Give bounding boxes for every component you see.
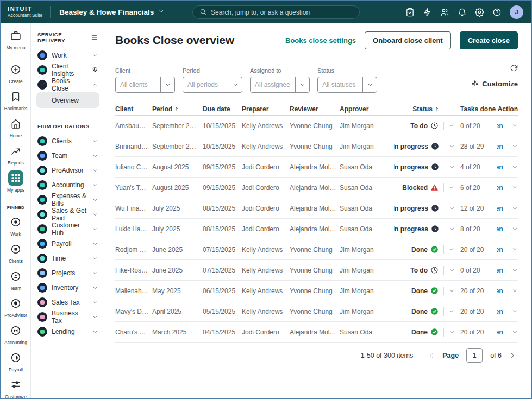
- chevron-down-icon[interactable]: [92, 167, 98, 174]
- rail-item-reports[interactable]: Reports: [1, 143, 30, 166]
- assigned-to-filter-select[interactable]: All assignee: [250, 77, 310, 93]
- previous-page-button[interactable]: [428, 352, 435, 359]
- chevron-down-icon[interactable]: [92, 226, 98, 232]
- chevron-down-icon[interactable]: [92, 299, 98, 306]
- open-link[interactable]: Open: [497, 205, 503, 212]
- status-dropdown-chevron-icon[interactable]: [449, 143, 455, 149]
- open-link[interactable]: Open: [497, 184, 503, 192]
- page-number-input[interactable]: [466, 348, 483, 363]
- rail-pinned-payroll[interactable]: Payroll: [1, 350, 30, 372]
- sidebar-item-sales-get-paid[interactable]: Sales & Get Paid: [36, 207, 99, 221]
- rail-pinned-proadvisor[interactable]: ProAdvisor: [1, 296, 30, 318]
- status-dropdown-chevron-icon[interactable]: [449, 246, 455, 252]
- column-header-period[interactable]: Period: [152, 105, 203, 113]
- action-dropdown-chevron-icon[interactable]: [512, 143, 518, 149]
- period-filter-select[interactable]: All periods: [183, 77, 242, 93]
- status-dropdown-chevron-icon[interactable]: [449, 226, 455, 232]
- action-dropdown-chevron-icon[interactable]: [512, 267, 518, 273]
- chevron-down-icon[interactable]: [92, 52, 98, 59]
- customize-columns-button[interactable]: Customize: [471, 79, 518, 88]
- sidebar-item-time[interactable]: Time: [36, 251, 99, 265]
- status-dropdown-chevron-icon[interactable]: [449, 308, 455, 314]
- status-dropdown-chevron-icon[interactable]: [449, 205, 455, 211]
- refresh-icon[interactable]: [510, 64, 518, 74]
- rail-item-bookmarks[interactable]: Bookmarks: [1, 89, 30, 111]
- sidebar-item-clients[interactable]: Clients: [36, 134, 99, 148]
- rail-pinned-accounting[interactable]: Accounting: [1, 323, 30, 345]
- chevron-down-icon[interactable]: [92, 197, 98, 203]
- open-link[interactable]: Open: [497, 267, 503, 274]
- action-dropdown-chevron-icon[interactable]: [512, 288, 518, 294]
- status-dropdown-chevron-icon[interactable]: [449, 267, 455, 273]
- open-link[interactable]: Open: [497, 308, 503, 315]
- chevron-down-icon[interactable]: [92, 328, 98, 335]
- action-dropdown-chevron-icon[interactable]: [512, 246, 518, 252]
- chevron-down-icon[interactable]: [92, 182, 98, 188]
- chevron-down-icon[interactable]: [295, 77, 309, 92]
- firm-switcher[interactable]: Beasley & Howe Financials: [59, 8, 164, 16]
- status-filter-select[interactable]: All statuses: [317, 77, 377, 93]
- sidebar-subitem-overview[interactable]: Overview: [36, 92, 99, 108]
- chevron-down-icon[interactable]: [92, 255, 98, 262]
- gear-icon[interactable]: [475, 8, 484, 17]
- chevron-down-icon[interactable]: [92, 284, 98, 291]
- rail-pinned-clients[interactable]: Clients: [1, 242, 30, 264]
- sidebar-item-business-tax[interactable]: Business Tax: [36, 309, 99, 324]
- rail-item-my-apps[interactable]: My apps: [1, 170, 30, 193]
- zap-icon[interactable]: [423, 8, 432, 17]
- status-dropdown-chevron-icon[interactable]: [449, 288, 455, 294]
- action-dropdown-chevron-icon[interactable]: [512, 185, 518, 191]
- chevron-down-icon[interactable]: [160, 77, 174, 92]
- sidebar-item-expenses-bills[interactable]: Expenses & Bills: [36, 192, 99, 207]
- clipboard-icon[interactable]: [405, 8, 415, 17]
- rail-customize-button[interactable]: Customize: [1, 377, 30, 399]
- chevron-down-icon[interactable]: [92, 240, 98, 247]
- action-dropdown-chevron-icon[interactable]: [512, 308, 518, 314]
- sidebar-item-customer-hub[interactable]: Customer Hub: [36, 221, 99, 236]
- collapse-panel-icon[interactable]: [91, 34, 98, 41]
- search-input[interactable]: Search, jump to, or ask a question: [192, 5, 360, 19]
- sidebar-item-inventory[interactable]: Inventory: [36, 280, 99, 295]
- column-header-status[interactable]: Status: [394, 105, 455, 113]
- sidebar-item-books-close[interactable]: Books Close: [36, 77, 99, 92]
- action-dropdown-chevron-icon[interactable]: [512, 329, 518, 335]
- open-link[interactable]: Open: [497, 225, 503, 233]
- sidebar-item-projects[interactable]: Projects: [36, 265, 99, 280]
- chevron-down-icon[interactable]: [92, 314, 98, 320]
- action-dropdown-chevron-icon[interactable]: [512, 164, 518, 170]
- action-dropdown-chevron-icon[interactable]: [512, 123, 518, 129]
- onboard-close-client-button[interactable]: Onboard close client: [365, 31, 451, 49]
- sidebar-item-accounting[interactable]: Accounting: [36, 178, 99, 192]
- bell-icon[interactable]: [458, 8, 467, 17]
- sidebar-item-proadvisor[interactable]: ProAdvisor: [36, 163, 99, 178]
- client-filter-select[interactable]: All clients: [115, 77, 175, 93]
- open-link[interactable]: Open: [497, 246, 503, 254]
- status-dropdown-chevron-icon[interactable]: [449, 329, 455, 335]
- community-icon[interactable]: [440, 8, 449, 17]
- chevron-down-icon[interactable]: [92, 138, 98, 144]
- sidebar-item-client-insights[interactable]: Client Insights: [36, 62, 99, 77]
- rail-item-my-menu[interactable]: My menu: [1, 28, 30, 50]
- open-link[interactable]: Open: [497, 287, 503, 295]
- rail-pinned-team[interactable]: Team: [1, 269, 30, 291]
- status-dropdown-chevron-icon[interactable]: [449, 123, 455, 129]
- create-close-button[interactable]: Create close: [460, 31, 518, 49]
- sidebar-item-team[interactable]: Team: [36, 148, 99, 163]
- help-icon[interactable]: [492, 8, 502, 17]
- rail-item-home[interactable]: Home: [1, 116, 30, 138]
- chevron-down-icon[interactable]: [228, 77, 242, 92]
- books-close-settings-link[interactable]: Books close settings: [285, 36, 356, 45]
- action-dropdown-chevron-icon[interactable]: [512, 226, 518, 232]
- open-link[interactable]: Open: [497, 122, 503, 130]
- action-dropdown-chevron-icon[interactable]: [512, 205, 518, 211]
- rail-item-create[interactable]: Create: [1, 62, 30, 84]
- open-link[interactable]: Open: [497, 328, 503, 336]
- sidebar-item-payroll[interactable]: Payroll: [36, 236, 99, 251]
- sidebar-item-sales-tax[interactable]: Sales Tax: [36, 295, 99, 309]
- chevron-down-icon[interactable]: [92, 270, 98, 276]
- next-page-button[interactable]: [509, 352, 516, 359]
- open-link[interactable]: Open: [497, 143, 503, 150]
- rail-pinned-work[interactable]: Work: [1, 214, 30, 237]
- chevron-down-icon[interactable]: [92, 153, 98, 159]
- sidebar-item-lending[interactable]: Lending: [36, 324, 99, 339]
